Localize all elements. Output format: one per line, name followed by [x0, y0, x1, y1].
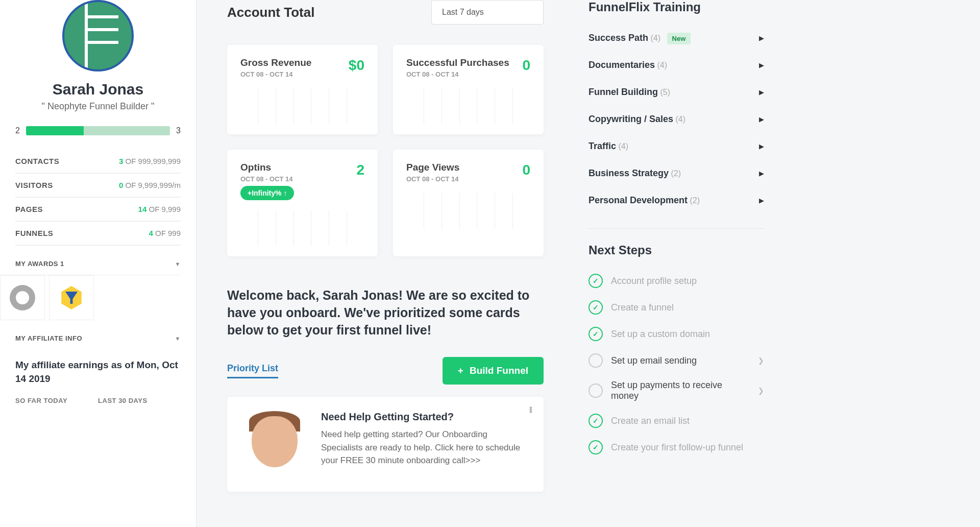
- step-label: Create your first follow-up funnel: [611, 442, 764, 453]
- stat-row: VISITORS 0 OF 9,999,999/m: [15, 174, 181, 198]
- sparkline: [240, 210, 364, 246]
- support-avatar-icon: [241, 411, 308, 477]
- check-circle-icon: ✓: [589, 414, 603, 428]
- step-item[interactable]: Set up email sending ❯: [589, 347, 764, 374]
- stat-value: 3 OF 999,999,999: [119, 157, 181, 165]
- training-count: (5): [660, 88, 670, 97]
- training-item[interactable]: Success Path (4) New ▶: [589, 25, 764, 52]
- award-slot[interactable]: [0, 275, 45, 320]
- stat-row: CONTACTS 3 OF 999,999,999: [15, 150, 181, 174]
- step-item[interactable]: ✓ Create an email list: [589, 408, 764, 434]
- step-item[interactable]: ✓ Create your first follow-up funnel: [589, 434, 764, 461]
- page-title: Account Total: [227, 5, 314, 20]
- card-label: Optins: [240, 162, 294, 173]
- card-label: Page Views: [406, 162, 459, 173]
- profile-name: Sarah Jonas: [15, 81, 181, 98]
- step-item[interactable]: ✓ Create a funnel: [589, 294, 764, 321]
- award-slot[interactable]: [49, 275, 94, 320]
- awards-grid: [0, 275, 181, 320]
- chevron-down-icon: ▼: [175, 261, 181, 267]
- right-panel: FunnelFlix Training Success Path (4) New…: [574, 0, 778, 527]
- stat-label: CONTACTS: [15, 157, 59, 165]
- stat-card[interactable]: Optins OCT 08 - OCT 14 +Infinity% ↑ 2: [227, 150, 378, 256]
- avatar[interactable]: [62, 0, 134, 71]
- step-item[interactable]: Set up payments to receive money ❯: [589, 374, 764, 408]
- stat-label: FUNNELS: [15, 229, 53, 237]
- card-date: OCT 08 - OCT 14: [406, 70, 509, 78]
- card-date: OCT 08 - OCT 14: [406, 175, 459, 183]
- profile-block: Sarah Jonas " Neophyte Funnel Builder ": [15, 0, 181, 112]
- training-label: Copywriting / Sales: [589, 114, 673, 124]
- empty-circle-icon: [589, 384, 603, 398]
- sparkline: [406, 193, 530, 229]
- training-item[interactable]: Documentaries (4) ▶: [589, 52, 764, 79]
- card-label: Successful Purchases: [406, 57, 509, 68]
- affiliate-section-title: MY AFFILIATE INFO: [15, 334, 82, 342]
- tab-priority-list[interactable]: Priority List: [227, 363, 278, 378]
- more-options-icon[interactable]: •••: [529, 407, 532, 413]
- stat-label: VISITORS: [15, 181, 53, 189]
- chevron-right-icon: ❯: [758, 387, 764, 395]
- stat-card[interactable]: Successful Purchases OCT 08 - OCT 14 0: [393, 45, 544, 134]
- step-label: Create an email list: [611, 416, 764, 426]
- training-count: (4): [657, 61, 668, 69]
- affiliate-columns: SO FAR TODAY LAST 30 DAYS: [15, 397, 181, 404]
- stat-card[interactable]: Gross Revenue OCT 08 - OCT 14 $0: [227, 45, 378, 134]
- card-value: 0: [522, 57, 530, 74]
- training-count: (4): [676, 115, 686, 124]
- training-item[interactable]: Copywriting / Sales (4) ▶: [589, 106, 764, 133]
- training-count: (4): [651, 34, 661, 42]
- build-funnel-button[interactable]: + Build Funnel: [443, 357, 544, 385]
- step-item[interactable]: ✓ Account profile setup: [589, 268, 764, 294]
- training-label: Personal Development: [589, 195, 688, 205]
- affiliate-header[interactable]: MY AFFILIATE INFO ▼: [15, 320, 181, 349]
- training-item[interactable]: Personal Development (2) ▶: [589, 187, 764, 214]
- sparkline: [406, 88, 530, 124]
- stat-row: PAGES 14 OF 9,999: [15, 198, 181, 222]
- tabs-row: Priority List + Build Funnel: [227, 357, 544, 385]
- chevron-right-icon: ▶: [759, 170, 764, 177]
- divider: [589, 228, 764, 229]
- step-label: Set up payments to receive money: [611, 380, 750, 401]
- check-circle-icon: ✓: [589, 440, 603, 454]
- chevron-right-icon: ▶: [759, 61, 764, 69]
- empty-circle-icon: [589, 353, 603, 368]
- welcome-message: Welcome back, Sarah Jonas! We are so exc…: [227, 287, 544, 339]
- help-card[interactable]: ••• Need Help Getting Started? Need help…: [227, 397, 544, 492]
- card-label: Gross Revenue: [240, 57, 311, 68]
- chevron-down-icon: ▼: [175, 336, 181, 342]
- step-item[interactable]: ✓ Set up a custom domain: [589, 321, 764, 347]
- training-label: Documentaries: [589, 60, 655, 70]
- chevron-right-icon: ▶: [759, 34, 764, 42]
- stat-card[interactable]: Page Views OCT 08 - OCT 14 0: [393, 150, 544, 256]
- awards-header[interactable]: MY AWARDS 1 ▼: [15, 246, 181, 275]
- training-count: (2): [671, 169, 681, 178]
- funnel-badge-icon: [60, 286, 83, 309]
- stat-row: FUNNELS 4 OF 999: [15, 222, 181, 246]
- step-label: Set up a custom domain: [611, 329, 764, 340]
- affiliate-today-label: SO FAR TODAY: [15, 397, 67, 404]
- training-item[interactable]: Traffic (4) ▶: [589, 133, 764, 160]
- profile-title: " Neophyte Funnel Builder ": [15, 101, 181, 112]
- card-value: 0: [522, 162, 530, 178]
- card-date: OCT 08 - OCT 14: [240, 70, 311, 78]
- next-steps-title: Next Steps: [589, 243, 764, 257]
- card-value: $0: [349, 57, 364, 74]
- training-item[interactable]: Business Strategy (2) ▶: [589, 160, 764, 187]
- training-count: (4): [618, 142, 628, 151]
- stat-value: 0 OF 9,999,999/m: [119, 181, 181, 189]
- main-content: Account Total Last 7 days Gross Revenue …: [197, 0, 574, 527]
- check-circle-icon: ✓: [589, 274, 603, 288]
- training-label: Traffic: [589, 141, 616, 151]
- training-item[interactable]: Funnel Building (5) ▶: [589, 79, 764, 106]
- training-label: Business Strategy: [589, 168, 669, 178]
- check-circle-icon: ✓: [589, 300, 603, 315]
- progress-fill: [26, 126, 84, 135]
- level-from: 2: [15, 126, 20, 135]
- build-funnel-label: Build Funnel: [470, 365, 528, 376]
- gear-icon: [10, 285, 35, 310]
- chevron-right-icon: ▶: [759, 142, 764, 150]
- affiliate-30days-label: LAST 30 DAYS: [98, 397, 148, 404]
- date-range-select[interactable]: Last 7 days: [431, 0, 544, 25]
- card-date: OCT 08 - OCT 14: [240, 175, 294, 183]
